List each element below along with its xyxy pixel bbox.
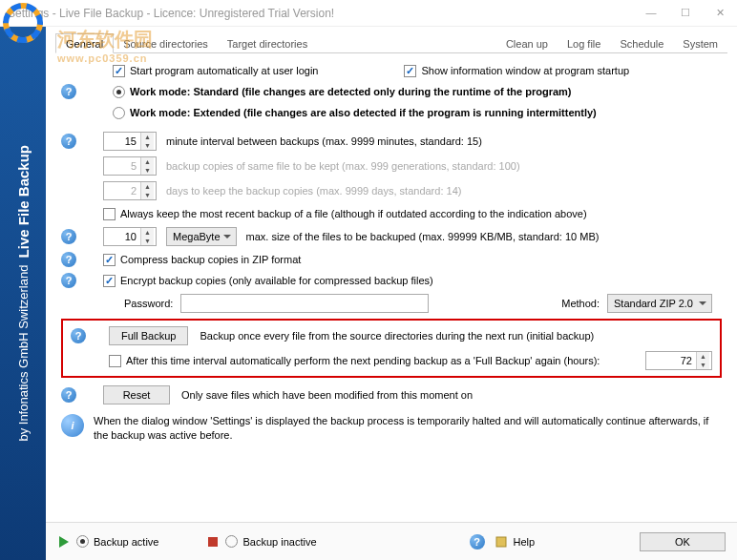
play-icon xyxy=(57,535,71,549)
method-label: Method: xyxy=(561,298,600,309)
tab-system[interactable]: System xyxy=(673,34,727,52)
backup-inactive-label: Backup inactive xyxy=(242,536,316,548)
app-logo-icon xyxy=(0,0,46,46)
close-button[interactable]: ✕ xyxy=(710,7,729,19)
encrypt-checkbox[interactable] xyxy=(103,275,116,287)
ok-button[interactable]: OK xyxy=(640,532,726,551)
maxsize-label: max. size of the files to be backuped (m… xyxy=(246,231,600,242)
help-icon[interactable]: ? xyxy=(61,84,76,99)
titlebar: Settings - Live File Backup - Licence: U… xyxy=(0,0,737,27)
help-icon[interactable]: ? xyxy=(71,328,86,343)
compress-checkbox[interactable] xyxy=(103,254,116,266)
minimize-button[interactable]: — xyxy=(642,7,661,19)
interval-spinner[interactable]: ▲▼ xyxy=(103,132,157,151)
help-icon[interactable]: ? xyxy=(61,387,76,403)
info-text: When the dialog window 'Settings' is dis… xyxy=(94,414,722,444)
workmode-extended-radio[interactable] xyxy=(113,107,125,119)
help-icon[interactable]: ? xyxy=(61,273,76,288)
help-book-icon xyxy=(495,535,508,549)
svg-rect-4 xyxy=(496,537,506,547)
full-backup-button[interactable]: Full Backup xyxy=(109,326,188,345)
full-backup-section: ? Full Backup Backup once every file fro… xyxy=(61,319,722,378)
always-keep-checkbox[interactable] xyxy=(103,208,116,220)
workmode-standard-radio[interactable] xyxy=(113,86,125,98)
help-icon[interactable]: ? xyxy=(61,134,76,149)
compress-label: Compress backup copies in ZIP format xyxy=(120,254,301,265)
auto-full-checkbox[interactable] xyxy=(109,355,121,367)
copies-label: backup copies of same file to be kept (m… xyxy=(166,160,520,172)
tab-clean-up[interactable]: Clean up xyxy=(496,34,558,52)
backup-inactive-radio[interactable] xyxy=(225,535,238,548)
interval-label: minute interval between backups (max. 99… xyxy=(166,135,482,147)
sidebar: by Infonatics GmbH Switzerland Live File… xyxy=(0,27,46,560)
encrypt-label: Encrypt backup copies (only available fo… xyxy=(120,275,433,286)
info-icon: i xyxy=(61,414,84,437)
stop-icon xyxy=(206,535,220,549)
auto-full-label: After this time interval automatically p… xyxy=(126,355,600,366)
maxsize-spinner[interactable]: ▲▼ xyxy=(103,227,157,246)
tab-log-file[interactable]: Log file xyxy=(558,34,610,52)
workmode-standard-label: Work mode: Standard (file changes are de… xyxy=(130,86,571,97)
workmode-extended-label: Work mode: Extended (file changes are al… xyxy=(130,107,597,118)
showinfo-checkbox[interactable] xyxy=(404,65,416,77)
help-icon[interactable]: ? xyxy=(61,229,76,244)
showinfo-label: Show information window at program start… xyxy=(421,65,629,76)
help-label: Help xyxy=(514,536,536,548)
always-keep-label: Always keep the most recent backup of a … xyxy=(120,208,587,219)
reset-button[interactable]: Reset xyxy=(103,385,170,404)
tab-source-directories[interactable]: Source directories xyxy=(114,34,218,52)
help-icon[interactable]: ? xyxy=(61,252,76,267)
backup-active-radio[interactable] xyxy=(76,535,89,548)
method-select[interactable]: Standard ZIP 2.0 xyxy=(607,294,712,313)
svg-rect-3 xyxy=(208,537,218,547)
maximize-button[interactable]: ☐ xyxy=(676,7,695,19)
tab-general[interactable]: General xyxy=(55,33,114,53)
full-backup-desc: Backup once every file from the source d… xyxy=(200,330,594,342)
tab-target-directories[interactable]: Target directories xyxy=(218,34,317,52)
days-spinner: ▲▼ xyxy=(103,181,157,200)
help-icon[interactable]: ? xyxy=(470,534,485,550)
autostart-label: Start program automatically at user logi… xyxy=(130,65,318,76)
window-title: Settings - Live File Backup - Licence: U… xyxy=(8,7,642,20)
copies-spinner: ▲▼ xyxy=(103,156,157,176)
svg-marker-2 xyxy=(59,536,69,548)
password-label: Password: xyxy=(124,298,173,309)
hours-spinner[interactable]: ▲▼ xyxy=(645,351,712,370)
maxsize-unit-select[interactable]: MegaByte xyxy=(166,227,237,246)
password-input[interactable] xyxy=(180,294,429,313)
tab-bar: General Source directories Target direct… xyxy=(55,31,727,53)
reset-desc: Only save files which have been modified… xyxy=(181,389,473,401)
backup-active-label: Backup active xyxy=(94,536,158,548)
days-label: days to keep the backup copies (max. 999… xyxy=(166,185,461,197)
footer: Backup active Backup inactive ? Help OK xyxy=(46,522,737,560)
tab-schedule[interactable]: Schedule xyxy=(610,34,673,52)
autostart-checkbox[interactable] xyxy=(113,65,125,77)
